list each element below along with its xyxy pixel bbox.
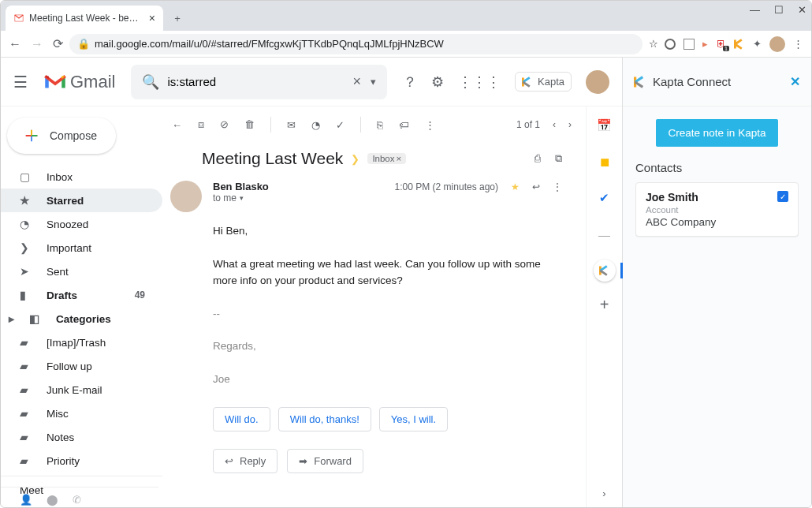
contact-name: Joe Smith: [646, 191, 716, 204]
message-body: Hi Ben, What a great meeting we had last…: [162, 220, 581, 396]
search-options-icon[interactable]: ▾: [371, 76, 376, 88]
bookmark-star-icon[interactable]: ☆: [649, 38, 658, 50]
prev-page-icon[interactable]: ‹: [553, 119, 556, 130]
gmail-sidebar: Compose ▢Inbox ★Starred ◔Snoozed ❯Import…: [1, 106, 162, 508]
apps-grid-icon[interactable]: ⋮⋮⋮: [458, 73, 501, 91]
window-maximize-icon[interactable]: ☐: [774, 4, 784, 16]
drafts-icon: ▮: [20, 289, 34, 301]
url-text: mail.google.com/mail/u/0/#starred/FMfcgx…: [95, 38, 444, 50]
reply-icon[interactable]: ↩: [532, 181, 540, 192]
smart-reply-1[interactable]: Will do.: [213, 407, 270, 431]
open-new-window-icon[interactable]: ⧉: [555, 152, 562, 165]
smart-reply-3[interactable]: Yes, I will.: [379, 407, 448, 431]
ext-icon-4[interactable]: ⛨1: [716, 38, 726, 50]
archive-icon[interactable]: ⧈: [198, 118, 204, 131]
sidebar-item-categories[interactable]: ▸◧Categories: [1, 307, 162, 331]
ext-icon-2[interactable]: [683, 39, 695, 50]
move-to-icon[interactable]: ⎘: [377, 119, 383, 131]
reply-button[interactable]: ↩Reply: [213, 449, 277, 473]
sidebar-item-priority[interactable]: ▰Priority: [1, 449, 162, 473]
browser-menu-icon[interactable]: ⋮: [793, 38, 803, 50]
sidebar-item-junk[interactable]: ▰Junk E-mail: [1, 378, 162, 402]
delete-icon[interactable]: 🗑: [244, 118, 255, 131]
search-icon[interactable]: 🔍: [142, 73, 159, 91]
gmail-logo[interactable]: Gmail: [43, 72, 115, 92]
nav-back-icon[interactable]: ←: [9, 37, 21, 51]
forward-button[interactable]: ➡Forward: [287, 449, 363, 473]
kapta-panel: Kapta Connect ✕ Create note in Kapta Con…: [622, 58, 811, 508]
more-icon[interactable]: ⋮: [425, 119, 435, 131]
sidebar-item-starred[interactable]: ★Starred: [1, 189, 162, 212]
sidebar-item-sent[interactable]: ➤Sent: [1, 260, 162, 283]
clock-icon: ◔: [20, 218, 34, 230]
sidebar-item-followup[interactable]: ▰Follow up: [1, 354, 162, 378]
message-more-icon[interactable]: ⋮: [553, 181, 562, 192]
kapta-badge-label: Kapta: [538, 76, 564, 88]
support-icon[interactable]: ？: [403, 73, 417, 92]
nav-forward-icon[interactable]: →: [31, 37, 43, 51]
mark-unread-icon[interactable]: ✉: [287, 119, 296, 131]
browser-tab[interactable]: Meeting Last Week - ben@kapta ×: [6, 6, 163, 31]
clear-search-icon[interactable]: ×: [353, 73, 362, 90]
add-task-icon[interactable]: ✓: [336, 119, 345, 131]
contact-checkbox[interactable]: ✓: [777, 191, 788, 202]
browser-tab-strip: Meeting Last Week - ben@kapta × + — ☐ ✕: [1, 1, 811, 31]
forward-arrow-icon: ➡: [299, 455, 307, 467]
close-tab-icon[interactable]: ×: [149, 12, 155, 24]
create-note-button[interactable]: Create note in Kapta: [656, 119, 779, 147]
star-message-icon[interactable]: ★: [511, 181, 520, 192]
label-icon: ▰: [20, 336, 34, 349]
sidebar-item-misc[interactable]: ▰Misc: [1, 402, 162, 425]
settings-gear-icon[interactable]: ⚙: [431, 73, 444, 91]
window-close-icon[interactable]: ✕: [798, 4, 806, 16]
sidebar-item-snoozed[interactable]: ◔Snoozed: [1, 212, 162, 236]
compose-button[interactable]: Compose: [7, 118, 116, 154]
kapta-ext-icon[interactable]: [734, 39, 745, 50]
smart-reply-2[interactable]: Will do, thanks!: [278, 407, 371, 431]
keep-addon-icon[interactable]: ◼: [594, 151, 616, 173]
sidebar-item-inbox[interactable]: ▢Inbox: [1, 165, 162, 189]
account-avatar[interactable]: [586, 70, 609, 94]
sidebar-item-notes[interactable]: ▰Notes: [1, 425, 162, 449]
label-chip[interactable]: Inbox×: [367, 153, 406, 164]
search-bar[interactable]: 🔍 × ▾: [131, 65, 387, 99]
sidebar-item-important[interactable]: ❯Important: [1, 236, 162, 260]
address-bar[interactable]: 🔒 mail.google.com/mail/u/0/#starred/FMfc…: [69, 34, 643, 54]
message-toolbar: ← ⧈ ⊘ 🗑 ✉ ◔ ✓ ⎘ 🏷 ⋮ 1 of 1 ‹ ›: [162, 106, 581, 143]
hangouts-chat-icon[interactable]: ⬤: [47, 494, 58, 506]
show-details-icon[interactable]: ▾: [240, 194, 244, 202]
extensions-icon[interactable]: ✦: [753, 38, 762, 50]
add-addon-icon[interactable]: +: [600, 296, 609, 314]
kapta-header-badge[interactable]: Kapta: [515, 72, 572, 92]
contacts-addon-icon[interactable]: —: [594, 223, 616, 245]
main-menu-icon[interactable]: ☰: [13, 73, 28, 92]
kapta-addon-icon[interactable]: [594, 260, 616, 282]
important-marker-icon[interactable]: ❯: [351, 153, 359, 165]
labels-icon[interactable]: 🏷: [399, 119, 409, 131]
search-input[interactable]: [167, 75, 352, 88]
contacts-section-title: Contacts: [635, 161, 799, 174]
print-icon[interactable]: ⎙: [535, 152, 541, 165]
hangouts-phone-icon[interactable]: ✆: [73, 494, 81, 506]
kapta-icon: [522, 77, 533, 88]
ext-icon-1[interactable]: [665, 39, 676, 50]
sidebar-item-imap-trash[interactable]: ▰[Imap]/Trash: [1, 331, 162, 354]
ext-icon-3[interactable]: ▸: [702, 38, 708, 50]
kapta-close-icon[interactable]: ✕: [790, 74, 800, 89]
back-icon[interactable]: ←: [172, 119, 182, 131]
next-page-icon[interactable]: ›: [568, 119, 572, 130]
report-spam-icon[interactable]: ⊘: [220, 118, 229, 131]
snooze-icon[interactable]: ◔: [311, 119, 320, 131]
profile-avatar-icon[interactable]: [769, 36, 785, 52]
remove-label-icon[interactable]: ×: [397, 154, 402, 163]
sender-avatar[interactable]: [170, 181, 202, 212]
sidebar-item-drafts[interactable]: ▮Drafts49: [1, 283, 162, 307]
calendar-addon-icon[interactable]: 📅: [594, 114, 616, 136]
collapse-rail-icon[interactable]: ›: [602, 487, 605, 499]
window-minimize-icon[interactable]: —: [750, 4, 760, 16]
hangouts-person-icon[interactable]: 👤: [20, 494, 32, 506]
tasks-addon-icon[interactable]: ✔: [594, 187, 616, 209]
nav-reload-icon[interactable]: ⟳: [53, 36, 63, 51]
contact-card[interactable]: Joe Smith Account ABC Company ✓: [635, 182, 799, 237]
new-tab-button[interactable]: +: [166, 7, 188, 29]
